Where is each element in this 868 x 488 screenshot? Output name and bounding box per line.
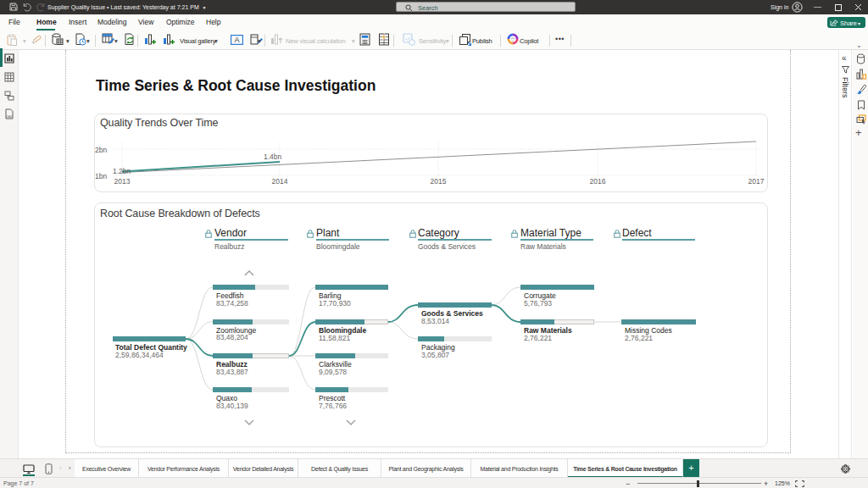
svg-text:DAX: DAX	[7, 115, 14, 119]
svg-text:A: A	[234, 36, 239, 44]
